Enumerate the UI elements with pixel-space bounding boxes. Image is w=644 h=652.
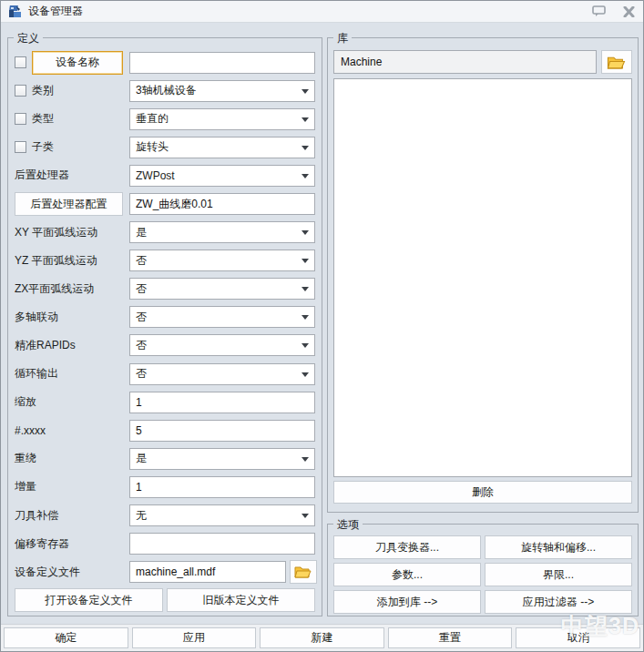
chevron-down-icon xyxy=(302,372,309,377)
comment-icon[interactable] xyxy=(592,5,607,18)
cancel-button[interactable]: 取消 xyxy=(516,627,640,648)
tool-changer-button[interactable]: 刀具变换器... xyxy=(333,535,481,559)
device-name-button[interactable]: 设备名称 xyxy=(32,51,123,75)
folder-icon xyxy=(294,565,312,579)
define-group-label: 定义 xyxy=(14,31,43,46)
type-label: 类型 xyxy=(32,111,54,127)
add-to-library-button[interactable]: 添加到库 --> xyxy=(333,590,481,614)
category-label: 类别 xyxy=(32,83,54,98)
title-bar: 设备管理器 xyxy=(1,1,643,23)
definition-file-label: 设备定义文件 xyxy=(15,565,80,580)
chevron-down-icon xyxy=(302,146,309,150)
yz-arc-row: YZ 平面弧线运动 否 xyxy=(15,247,315,275)
increment-label: 增量 xyxy=(15,479,36,494)
scale-input[interactable] xyxy=(129,392,315,413)
multiaxis-label: 多轴联动 xyxy=(15,310,58,325)
increment-input[interactable] xyxy=(129,476,315,498)
definition-file-browse-button[interactable] xyxy=(290,560,317,584)
device-name-input[interactable] xyxy=(129,52,315,74)
close-icon[interactable] xyxy=(621,5,636,18)
chevron-down-icon xyxy=(302,315,309,320)
library-path-field[interactable]: Machine xyxy=(333,50,597,74)
offset-register-label: 偏移寄存器 xyxy=(15,536,69,552)
subclass-label: 子类 xyxy=(32,139,54,155)
offset-register-input[interactable] xyxy=(129,533,315,555)
chevron-down-icon xyxy=(302,457,309,462)
postconfig-button[interactable]: 后置处理器配置 xyxy=(15,192,123,216)
zx-arc-row: ZX平面弧线运动 否 xyxy=(15,275,315,303)
library-group: 库 Machine 删除 xyxy=(327,37,639,513)
precision-input[interactable] xyxy=(129,420,315,442)
precision-row: #.xxxx xyxy=(15,416,315,444)
device-name-row: 设备名称 xyxy=(15,48,315,76)
cycle-output-row: 循环输出 否 xyxy=(15,360,315,388)
library-browse-button[interactable] xyxy=(601,50,632,74)
rewind-select[interactable]: 是 xyxy=(129,448,315,470)
xy-arc-select[interactable]: 是 xyxy=(129,221,315,243)
device-manager-app-icon xyxy=(8,5,23,19)
subclass-checkbox[interactable] xyxy=(15,141,26,153)
reset-button[interactable]: 重置 xyxy=(388,627,513,648)
rapids-label: 精准RAPIDs xyxy=(15,338,76,353)
chevron-down-icon xyxy=(302,514,309,518)
scale-row: 缩放 xyxy=(15,388,315,416)
cycle-output-select[interactable]: 否 xyxy=(129,363,315,385)
type-row: 类型 垂直的 xyxy=(15,105,315,133)
library-group-label: 库 xyxy=(333,31,352,46)
ok-button[interactable]: 确定 xyxy=(4,627,128,648)
chevron-down-icon xyxy=(302,343,309,348)
tool-comp-label: 刀具补偿 xyxy=(15,508,58,524)
postprocessor-row: 后置处理器 ZWPost xyxy=(15,161,315,189)
scale-label: 缩放 xyxy=(15,394,36,410)
type-checkbox[interactable] xyxy=(15,113,26,125)
apply-button[interactable]: 应用 xyxy=(132,627,257,648)
open-definition-file-button[interactable]: 打开设备定义文件 xyxy=(15,588,163,612)
xy-arc-label: XY 平面弧线运动 xyxy=(15,225,97,240)
device-name-checkbox[interactable] xyxy=(15,56,26,68)
type-select[interactable]: 垂直的 xyxy=(129,108,315,130)
yz-arc-select[interactable]: 否 xyxy=(129,250,315,271)
subclass-select[interactable]: 旋转头 xyxy=(129,137,315,158)
tool-comp-row: 刀具补偿 无 xyxy=(15,502,315,530)
chevron-down-icon xyxy=(302,117,309,122)
device-manager-dialog: 设备管理器 定义 设备名称 xyxy=(0,0,644,652)
define-group: 定义 设备名称 类别 3轴机械设备 类型 垂直的 xyxy=(7,37,322,616)
delete-button[interactable]: 删除 xyxy=(333,481,632,504)
limits-button[interactable]: 界限... xyxy=(485,563,632,586)
category-checkbox[interactable] xyxy=(15,85,26,97)
zx-arc-select[interactable]: 否 xyxy=(129,278,315,300)
rotary-axis-offset-button[interactable]: 旋转轴和偏移... xyxy=(485,535,632,559)
definition-file-input[interactable] xyxy=(129,561,286,583)
yz-arc-label: YZ 平面弧线运动 xyxy=(15,253,97,269)
definition-file-row: 设备定义文件 xyxy=(15,558,315,586)
postconfig-input[interactable] xyxy=(129,193,315,215)
chevron-down-icon xyxy=(302,89,309,94)
multiaxis-select[interactable]: 否 xyxy=(129,306,315,328)
category-row: 类别 3轴机械设备 xyxy=(15,76,315,105)
new-button[interactable]: 新建 xyxy=(260,627,384,648)
rewind-row: 重绕 是 xyxy=(15,444,315,473)
rewind-label: 重绕 xyxy=(15,451,36,466)
zx-arc-label: ZX平面弧线运动 xyxy=(15,281,94,297)
folder-icon xyxy=(607,55,627,70)
subclass-row: 子类 旋转头 xyxy=(15,133,315,161)
xy-arc-row: XY 平面弧线运动 是 xyxy=(15,219,315,247)
window-title: 设备管理器 xyxy=(28,4,83,19)
options-group-label: 选项 xyxy=(333,517,363,533)
parameters-button[interactable]: 参数... xyxy=(333,563,481,586)
offset-register-row: 偏移寄存器 xyxy=(15,530,315,558)
tool-comp-select[interactable]: 无 xyxy=(129,504,315,526)
rapids-select[interactable]: 否 xyxy=(129,334,315,356)
postprocessor-select[interactable]: ZWPost xyxy=(129,165,315,187)
legacy-definition-file-button[interactable]: 旧版本定义文件 xyxy=(167,588,315,612)
cycle-output-label: 循环输出 xyxy=(15,366,58,382)
chevron-down-icon xyxy=(302,230,309,235)
postprocessor-label: 后置处理器 xyxy=(15,168,69,183)
category-select[interactable]: 3轴机械设备 xyxy=(129,80,315,102)
apply-filter-button[interactable]: 应用过滤器 --> xyxy=(485,590,632,614)
options-group: 选项 刀具变换器... 旋转轴和偏移... 参数... 界限... 添加到库 -… xyxy=(327,524,639,616)
library-list[interactable] xyxy=(333,78,632,477)
postconfig-row: 后置处理器配置 xyxy=(15,189,315,218)
dialog-footer: 确定 应用 新建 重置 取消 xyxy=(1,624,643,651)
increment-row: 增量 xyxy=(15,473,315,501)
